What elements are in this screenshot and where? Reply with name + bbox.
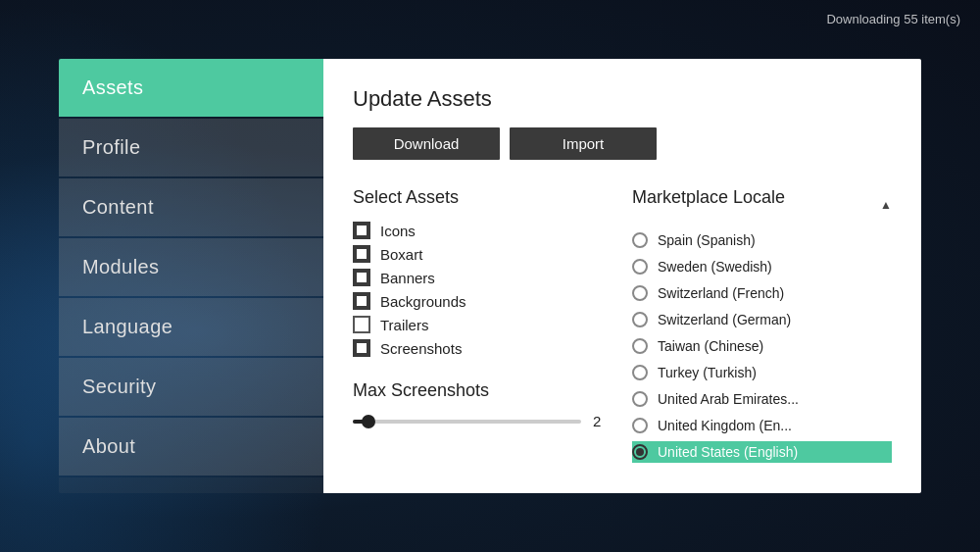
right-column: Marketplace Locale ▲ Spain (Spanish)Swed… [632, 187, 892, 463]
radio-header: Marketplace Locale ▲ [632, 187, 892, 222]
radio-item-switzerland-french-[interactable]: Switzerland (French) [632, 282, 892, 304]
radio-item-turkey-turkish-[interactable]: Turkey (Turkish) [632, 362, 892, 383]
radio-circle [632, 365, 648, 380]
sidebar-item-content[interactable]: Content [59, 178, 323, 236]
checkbox-item-screenshots[interactable]: Screenshots [353, 339, 612, 357]
download-button[interactable]: Download [353, 127, 500, 160]
radio-label: Switzerland (French) [658, 285, 784, 301]
main-container: AssetsProfileContentModulesLanguageSecur… [59, 59, 921, 493]
button-row: Download Import [353, 127, 892, 160]
content-columns: Select Assets IconsBoxartBannersBackgrou… [353, 187, 892, 463]
checkbox-label: Boxart [380, 246, 422, 263]
checkbox-list: IconsBoxartBannersBackgroundsTrailersScr… [353, 222, 612, 357]
radio-circle [632, 259, 648, 275]
sidebar: AssetsProfileContentModulesLanguageSecur… [59, 59, 323, 493]
max-screenshots-label: Max Screenshots [353, 380, 612, 401]
left-column: Select Assets IconsBoxartBannersBackgrou… [353, 187, 612, 463]
checkbox-label: Backgrounds [380, 293, 466, 310]
slider-thumb[interactable] [362, 415, 375, 428]
slider-row: 2 [353, 413, 612, 429]
radio-circle [632, 418, 648, 433]
checkbox-item-backgrounds[interactable]: Backgrounds [353, 292, 612, 310]
checkbox-label: Icons [380, 223, 416, 239]
sidebar-item-modules[interactable]: Modules [59, 238, 323, 296]
sidebar-item-profile[interactable]: Profile [59, 119, 323, 176]
checkbox-box [353, 222, 370, 239]
radio-circle [632, 232, 648, 248]
checkbox-box [353, 339, 370, 357]
sidebar-item-language[interactable]: Language [59, 298, 323, 356]
section-title: Update Assets [353, 86, 892, 112]
slider-value: 2 [593, 413, 612, 429]
radio-circle [632, 312, 648, 327]
checkbox-item-icons[interactable]: Icons [353, 222, 612, 239]
radio-label: United States (English) [658, 444, 798, 460]
radio-item-united-kingdom-en...[interactable]: United Kingdom (En... [632, 415, 892, 436]
checkbox-label: Banners [380, 270, 435, 286]
checkbox-item-trailers[interactable]: Trailers [353, 316, 612, 333]
checkbox-box [353, 269, 370, 286]
radio-label: Taiwan (Chinese) [658, 338, 763, 354]
checkbox-box [353, 316, 370, 333]
radio-item-united-states-english-[interactable]: United States (English) [632, 441, 892, 463]
sidebar-item-about[interactable]: About [59, 418, 323, 476]
radio-label: Spain (Spanish) [658, 232, 756, 248]
radio-item-taiwan-chinese-[interactable]: Taiwan (Chinese) [632, 335, 892, 357]
checkbox-label: Trailers [380, 317, 428, 333]
checkbox-item-banners[interactable]: Banners [353, 269, 612, 286]
slider-section: Max Screenshots 2 [353, 380, 612, 429]
sidebar-item-security[interactable]: Security [59, 358, 323, 416]
checkbox-item-boxart[interactable]: Boxart [353, 245, 612, 263]
sidebar-spacer [59, 477, 323, 493]
select-assets-title: Select Assets [353, 187, 612, 208]
radio-item-sweden-swedish-[interactable]: Sweden (Swedish) [632, 256, 892, 277]
checkbox-label: Screenshots [380, 340, 462, 357]
radio-circle [632, 391, 648, 407]
radio-item-spain-spanish-[interactable]: Spain (Spanish) [632, 229, 892, 251]
scroll-up-button[interactable]: ▲ [880, 198, 892, 212]
marketplace-locale-title: Marketplace Locale [632, 187, 785, 208]
checkbox-box [353, 245, 370, 263]
radio-circle [632, 285, 648, 301]
import-button[interactable]: Import [510, 127, 657, 160]
main-panel: Update Assets Download Import Select Ass… [323, 59, 921, 493]
radio-label: Switzerland (German) [658, 312, 791, 327]
status-bar: Downloading 55 item(s) [826, 12, 960, 26]
radio-circle [632, 338, 648, 354]
sidebar-item-assets[interactable]: Assets [59, 59, 323, 117]
status-text: Downloading 55 item(s) [826, 12, 960, 26]
radio-label: Sweden (Swedish) [658, 259, 772, 275]
radio-label: Turkey (Turkish) [658, 365, 757, 380]
radio-label: United Arab Emirates... [658, 391, 799, 407]
slider-track [353, 420, 581, 424]
radio-label: United Kingdom (En... [658, 418, 792, 433]
radio-item-united-arab-emirates...[interactable]: United Arab Emirates... [632, 388, 892, 410]
radio-item-switzerland-german-[interactable]: Switzerland (German) [632, 309, 892, 330]
checkbox-box [353, 292, 370, 310]
radio-list: Spain (Spanish)Sweden (Swedish)Switzerla… [632, 229, 892, 463]
radio-circle [632, 444, 648, 460]
